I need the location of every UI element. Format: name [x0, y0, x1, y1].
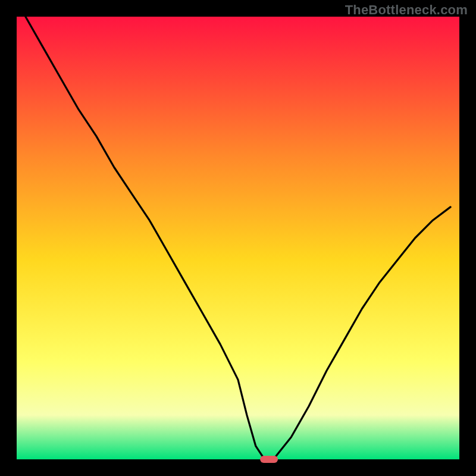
optimum-marker — [260, 456, 278, 463]
watermark-text: TheBottleneck.com — [345, 2, 468, 18]
plot-area — [17, 17, 459, 459]
chart-frame: { "watermark": "TheBottleneck.com", "col… — [0, 0, 476, 476]
chart-svg — [0, 0, 476, 476]
